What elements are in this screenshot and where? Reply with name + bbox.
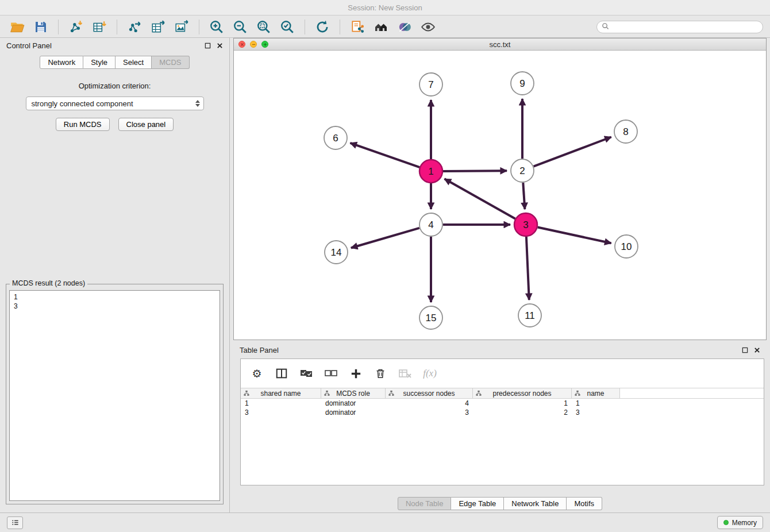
graph-edge[interactable] [534,137,611,167]
close-panel-icon[interactable] [217,43,223,49]
graph-edge[interactable] [538,228,611,244]
list-icon-button[interactable] [7,516,23,529]
graph-node-2[interactable]: 2 [511,159,534,182]
node-table-container: ⚙ f(x) [240,358,764,485]
import-network-icon[interactable] [66,18,86,36]
mcds-result-group: MCDS result (2 nodes) 13 [6,284,224,504]
zoom-fit-icon[interactable] [253,18,274,36]
column-header-label: successor nodes [403,390,455,398]
table-row[interactable]: 3dominator323 [241,408,764,417]
select-all-checkboxes-icon[interactable] [298,365,314,381]
style-icon[interactable] [394,18,415,36]
toolbar-separator [305,20,305,34]
graph-node-4[interactable]: 4 [419,213,442,236]
graph-node-7[interactable]: 7 [419,73,442,96]
eye-icon[interactable] [418,18,438,36]
mcds-panel-body: Optimization criterion: strongly connect… [0,69,229,131]
graph-node-15[interactable]: 15 [419,306,442,329]
result-item[interactable]: 1 [10,292,220,302]
column-header-mcds-role[interactable]: MCDS role [321,388,386,398]
table-panel-header: Table Panel [233,342,767,357]
graph-edge[interactable] [523,183,525,209]
table-cell: 2 [473,408,572,417]
svg-text:15: 15 [426,313,437,323]
export-image-icon[interactable] [171,18,192,36]
tab-select[interactable]: Select [116,56,152,69]
table-cell: 3 [572,408,620,417]
graph-node-10[interactable]: 10 [615,235,638,258]
mcds-result-list[interactable]: 13 [9,290,220,501]
search-input[interactable] [612,23,758,31]
table-body: 1dominator4113dominator323 [241,399,764,417]
table-cell: 1 [241,399,321,408]
float-panel-icon[interactable] [742,347,748,353]
tab-motifs[interactable]: Motifs [567,497,602,510]
column-header-successor-nodes[interactable]: successor nodes [386,388,473,398]
add-icon[interactable] [348,365,364,381]
close-panel-icon[interactable] [754,347,760,353]
gear-icon[interactable]: ⚙ [249,365,265,381]
unselect-all-checkboxes-icon[interactable] [323,365,339,381]
network-window-titlebar[interactable]: scc.txt [234,38,766,51]
tab-mcds[interactable]: MCDS [152,56,189,69]
columns-icon[interactable] [274,365,290,381]
zoom-out-icon[interactable] [230,18,251,36]
close-window-icon[interactable] [238,41,245,48]
float-panel-icon[interactable] [205,43,211,49]
graph-node-3[interactable]: 3 [514,213,537,236]
table-row[interactable]: 1dominator411 [241,399,764,408]
control-panel-title: Control Panel [6,41,52,50]
tab-network[interactable]: Network [40,56,83,69]
optimization-criterion-dropdown[interactable]: strongly connected component [26,97,204,110]
search-field[interactable] [596,21,763,33]
minimize-window-icon[interactable] [250,41,257,48]
network-from-selection-icon[interactable] [347,18,368,36]
control-panel-header: Control Panel [0,38,229,53]
tab-node-table[interactable]: Node Table [398,497,452,510]
export-table-icon[interactable] [148,18,168,36]
column-sort-icon [575,390,580,398]
close-panel-button[interactable]: Close panel [118,118,174,131]
memory-button[interactable]: Memory [717,516,763,529]
graph-edge[interactable] [443,171,507,171]
houses-icon[interactable] [371,18,391,36]
svg-text:6: 6 [333,133,338,144]
result-item[interactable]: 3 [10,302,220,311]
table-cell: 3 [241,408,321,417]
tab-style[interactable]: Style [83,56,116,69]
toolbar-separator [199,20,199,34]
graph-node-1[interactable]: 1 [419,160,442,183]
tab-network-table[interactable]: Network Table [504,497,567,510]
network-canvas[interactable]: 7968124314101511 [234,51,766,340]
import-table-icon[interactable] [89,18,110,36]
column-header-label: shared name [260,390,301,398]
tab-edge-table[interactable]: Edge Table [451,497,504,510]
graph-node-6[interactable]: 6 [324,126,347,149]
mcds-result-title: MCDS result (2 nodes) [10,279,87,287]
column-sort-icon [244,390,249,398]
graph-edge[interactable] [526,237,529,300]
control-panel-tabs: Network Style Select MCDS [0,56,229,69]
column-header-label: name [587,390,604,398]
graph-edge[interactable] [445,179,515,218]
graph-node-9[interactable]: 9 [511,72,534,95]
save-icon[interactable] [30,18,51,36]
zoom-in-icon[interactable] [206,18,227,36]
graph-edge[interactable] [351,143,420,167]
column-header-predecessor-nodes[interactable]: predecessor nodes [473,388,572,398]
column-header-name[interactable]: name [572,388,620,398]
graph-node-11[interactable]: 11 [518,304,541,327]
open-folder-icon[interactable] [7,18,28,36]
graph-node-14[interactable]: 14 [325,241,348,264]
export-network-icon[interactable] [124,18,145,36]
run-mcds-button[interactable]: Run MCDS [56,118,110,131]
graph-edge[interactable] [351,228,419,248]
toolbar-separator [340,20,340,34]
graph-node-8[interactable]: 8 [614,120,637,143]
trash-icon[interactable] [372,365,388,381]
maximize-window-icon[interactable] [261,41,268,48]
column-header-shared-name[interactable]: shared name [241,388,321,398]
zoom-selected-icon[interactable] [277,18,298,36]
svg-text:7: 7 [428,79,433,90]
refresh-icon[interactable] [312,18,333,36]
